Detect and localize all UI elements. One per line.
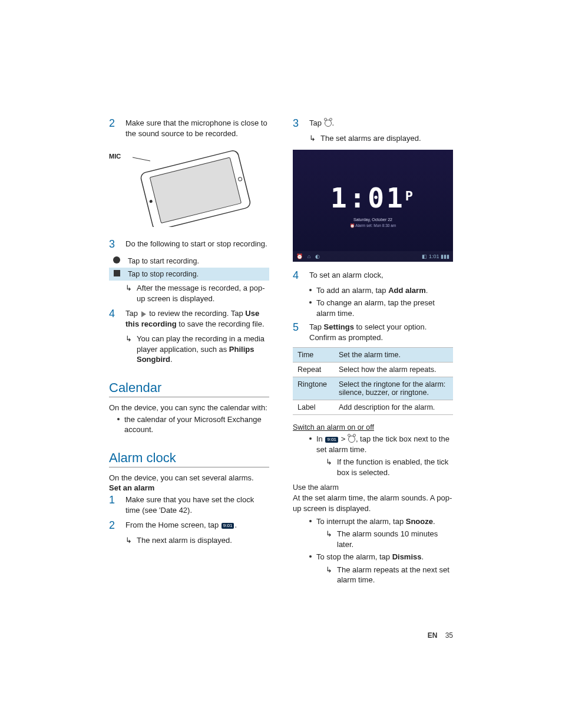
home-tab-icon: ⌂ [308,253,310,259]
bullet-item: To add an alarm, tap Add alarm. [309,285,453,296]
alarm-icon [348,436,355,443]
step-2: 2 Make sure that the microphone is close… [109,118,269,139]
bullet-icon [309,437,312,440]
alarm-heading: Alarm clock [109,450,269,467]
page-footer: EN 35 [428,631,453,640]
bullet-item: the calendar of your Microsoft Exchange … [117,414,269,435]
stop-icon [114,270,120,276]
cell-text: Tap to stop recording. [124,268,269,281]
sub-result: ↳ If the function is enabled, the tick b… [326,457,453,477]
clock-time: 1:01P [293,182,453,214]
set-alarm-subhead: Set an alarm [109,483,269,492]
step-text: Tap . [309,118,453,129]
tablet-icon [133,144,256,227]
step-number: 1 [109,495,117,515]
table-row: Ringtone Select the ringtone for the ala… [293,377,453,400]
sub-result: ↳ The next alarm is displayed. [125,535,269,546]
bullet-icon [309,555,312,558]
step-text: Make sure that you have set the clock ti… [125,495,269,515]
step-text: From the Home screen, tap 9:01. [125,520,269,531]
cell-text: Tap to start recording. [124,254,269,268]
svg-rect-2 [150,157,241,223]
tablet-illustration: MIC [109,144,269,227]
clock-alarm-text: ⏰ Alarm set: Mon 8:30 am [293,223,453,228]
alarm-step-1: 1 Make sure that you have set the clock … [109,495,269,515]
calendar-intro: On the device, you can sync the calendar… [109,403,269,412]
record-icon [113,256,120,263]
step-number: 2 [109,520,117,531]
step-number: 5 [293,322,301,342]
use-alarm-subhead: Use the alarm [293,483,453,492]
dim-tab-icon: ◐ [315,253,320,259]
step-number: 3 [109,239,117,249]
clock-screenshot: 1:01P Saturday, October 22 ⏰ Alarm set: … [293,150,453,262]
svg-line-0 [133,156,150,161]
step-4: 4 Tap to review the recording. Tap Use t… [109,308,269,329]
table-row: Tap to stop recording. [109,268,269,281]
bullet-icon [309,301,312,304]
clock-bottom-bar: ⏰⌂◐ ◧ 1:01 ▮▮▮ [293,251,453,262]
switch-alarm-subhead: Switch an alarm on or off [293,423,453,431]
step-text: Tap Settings to select your option. Conf… [309,322,453,342]
sub-result: ↳ The alarm repeats at the next set alar… [326,565,453,585]
bullet-item: To stop the alarm, tap Dismiss. [309,552,453,562]
step-text: Tap to review the recording. Tap Use thi… [125,308,269,329]
result-arrow-icon: ↳ [326,565,332,585]
sub-result: ↳ After the message is recorded, a pop-u… [125,283,269,304]
alarm-intro: On the device, you can set several alarm… [109,473,269,482]
step-number: 4 [109,308,117,329]
bullet-icon [309,289,312,291]
clock-date: Saturday, October 22 [293,218,453,222]
use-alarm-intro: At the set alarm time, the alarm sounds.… [293,493,453,513]
step-3: 3 Do the following to start or stop reco… [109,239,269,249]
left-column: 2 Make sure that the microphone is close… [109,118,269,585]
bullet-item: To change an alarm, tap the preset alarm… [309,298,453,318]
result-arrow-icon: ↳ [125,283,132,304]
step-text: Make sure that the microphone is close t… [125,118,269,139]
result-arrow-icon: ↳ [309,133,316,144]
clock-bar-icons: ⏰⌂◐ [296,253,325,259]
step-5-right: 5 Tap Settings to select your option. Co… [293,322,453,342]
footer-page: 35 [445,631,453,640]
step-number: 3 [293,118,301,129]
step-3-right: 3 Tap . [293,118,453,129]
table-row: Tap to start recording. [109,254,269,268]
clock-app-icon: 9:01 [222,523,234,529]
step-text: Do the following to start or stop record… [125,239,269,249]
bullet-item: To interrupt the alarm, tap Snooze. [309,516,453,527]
alarm-tab-icon: ⏰ [296,253,303,259]
result-arrow-icon: ↳ [326,457,332,477]
step-4-right: 4 To set an alarm clock, [293,270,453,281]
result-arrow-icon: ↳ [125,334,132,365]
result-arrow-icon: ↳ [125,535,132,546]
result-arrow-icon: ↳ [326,529,332,549]
calendar-heading: Calendar [109,380,269,397]
alarm-step-2: 2 From the Home screen, tap 9:01. [109,520,269,531]
sub-result: ↳ The alarm sounds 10 minutes later. [326,529,453,549]
alarm-icon [325,120,332,127]
step-number: 4 [293,270,301,281]
right-column: 3 Tap . ↳ The set alarms are displayed. … [293,118,453,585]
clock-app-icon: 9:01 [325,437,338,443]
bullet-icon [117,418,120,420]
options-table: Time Set the alarm time. Repeat Select h… [293,347,453,415]
step-number: 2 [109,118,117,139]
sub-result: ↳ The set alarms are displayed. [309,133,453,144]
footer-lang: EN [428,631,438,640]
table-row: Label Add description for the alarm. [293,400,453,415]
sub-text: You can play the recording in a media pl… [137,334,269,365]
sub-text: After the message is recorded, a pop-up … [137,283,269,304]
bullet-item: In 9:01 > , tap the tick box next to the… [309,434,453,454]
table-row: Repeat Select how the alarm repeats. [293,363,453,377]
page-content: 2 Make sure that the microphone is close… [0,0,562,585]
step-text: To set an alarm clock, [309,270,453,281]
table-row: Time Set the alarm time. [293,348,453,363]
mic-label: MIC [109,153,121,160]
recording-table: Tap to start recording. Tap to stop reco… [109,254,269,281]
sub-result: ↳ You can play the recording in a media … [125,334,269,365]
play-icon [141,311,146,317]
bullet-icon [309,520,312,522]
clock-bar-right: ◧ 1:01 ▮▮▮ [422,253,449,259]
